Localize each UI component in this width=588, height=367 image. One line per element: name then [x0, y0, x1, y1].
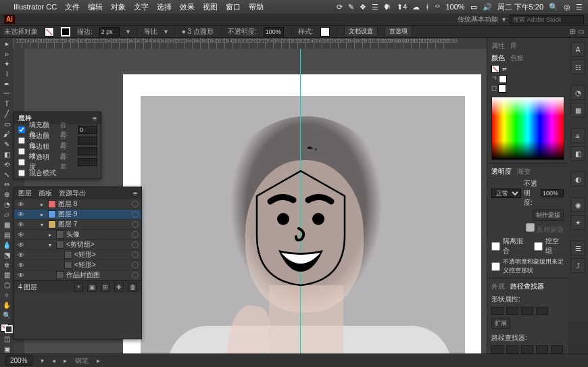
rectangle-tool[interactable]: ▭ [1, 120, 12, 128]
siri-icon[interactable]: ◎ [564, 3, 570, 11]
none-icon[interactable]: ☐ [491, 85, 497, 92]
menubar-extra-icon[interactable]: ✎ [348, 3, 354, 11]
opacity-value-input[interactable] [541, 189, 564, 197]
draw-mode-icon[interactable]: ◫ [1, 335, 12, 343]
tolerance-input[interactable] [78, 137, 97, 145]
wifi-icon[interactable]: ⌔ [435, 3, 440, 11]
menubar-extra-icon[interactable]: ❖ [360, 3, 366, 11]
transparency-tab[interactable]: 透明度 [491, 167, 512, 176]
nav-menu-icon[interactable]: ▸ [97, 357, 100, 364]
layer-name[interactable]: 图层 9 [58, 210, 130, 219]
gradient-tool[interactable]: ▤ [1, 230, 12, 239]
layer-row[interactable]: 👁 <矩形> [14, 250, 141, 260]
doc-setup-button[interactable]: 文档设置 [344, 26, 378, 37]
menu-view[interactable]: 视图 [203, 2, 218, 12]
text-fill-swatch[interactable] [499, 75, 507, 83]
magic-wand-tool[interactable]: ✦ [1, 59, 12, 68]
eraser-tool[interactable]: ◧ [1, 150, 12, 159]
locate-object-icon[interactable]: ⌖ [74, 283, 83, 292]
artboard-tool[interactable]: ▢ [1, 280, 12, 289]
color-panel[interactable]: 属性 库 颜色 色板 ⇄ ㄱ ☐ [487, 38, 568, 164]
layer-row[interactable]: 👁 ▸ 图层 9 [14, 210, 141, 220]
mesh-tool[interactable]: ▦ [1, 220, 12, 229]
horizontal-ruler[interactable]: 1201401601802002202402602803003203403603… [14, 38, 487, 49]
dock-properties-icon[interactable]: A [570, 42, 585, 57]
curvature-tool[interactable]: 〰 [1, 89, 12, 98]
free-transform-tool[interactable]: ⊕ [1, 190, 12, 199]
disclosure-icon[interactable]: ▸ [49, 232, 54, 238]
target-icon[interactable] [132, 201, 139, 207]
blend-mode-select[interactable]: 正常 [491, 189, 521, 198]
dock-swatches-icon[interactable]: ▦ [570, 103, 585, 118]
target-icon[interactable] [132, 251, 139, 258]
artboard[interactable] [141, 96, 465, 353]
artboards-tab[interactable]: 画板 [39, 189, 52, 198]
visibility-toggle-icon[interactable]: 👁 [17, 262, 25, 269]
layer-name[interactable]: 头像 [66, 230, 130, 239]
appearance-tab[interactable]: 外观 [491, 282, 505, 291]
symbol-sprayer-tool[interactable]: ✲ [1, 261, 12, 270]
disclosure-icon[interactable]: ▸ [41, 212, 46, 218]
slice-tool[interactable]: ⎀ [1, 291, 12, 299]
menu-effect[interactable]: 效果 [180, 2, 195, 12]
line-tool[interactable]: ╱ [1, 109, 12, 118]
alpha-define-checkbox[interactable] [491, 262, 500, 271]
isolate-blend-checkbox[interactable] [491, 242, 500, 251]
blend-tool[interactable]: ⬔ [1, 251, 12, 260]
new-layer-icon[interactable]: ✚ [114, 283, 124, 292]
dock-appearance-icon[interactable]: ◉ [570, 197, 585, 212]
selection-tool[interactable]: ▸ [1, 39, 12, 48]
target-icon[interactable] [132, 231, 139, 238]
make-mask-button[interactable]: 制作蒙版 [533, 210, 564, 221]
stroke-swatch[interactable] [61, 27, 70, 36]
fill-stroke-swatches[interactable] [1, 324, 13, 334]
stroke-swatch-icon[interactable] [5, 325, 13, 333]
menubar-extra-icon[interactable]: ☁ [412, 3, 420, 11]
invert-mask-checkbox[interactable] [526, 223, 535, 232]
exclude-icon[interactable] [536, 307, 548, 315]
zoom-level[interactable]: 200% [5, 356, 32, 366]
dock-asset-export-icon[interactable]: ⤴ [570, 258, 585, 273]
graph-tool[interactable]: ▥ [1, 270, 12, 279]
visibility-toggle-icon[interactable]: 👁 [17, 241, 25, 249]
knockout-group-checkbox[interactable] [534, 242, 543, 251]
stroke-color-swatch[interactable] [498, 84, 506, 93]
nav-prev-icon[interactable]: ◂ [52, 357, 55, 364]
divide-icon[interactable] [491, 345, 504, 353]
visibility-toggle-icon[interactable]: 👁 [17, 231, 25, 239]
pathfinder-tab[interactable]: 路径查找器 [510, 282, 544, 291]
spotlight-icon[interactable]: 🔍 [549, 3, 558, 11]
stock-search-input[interactable] [510, 15, 584, 24]
layer-row[interactable]: 👁 <矩形> [14, 260, 141, 270]
zoom-tool[interactable]: 🔍 [1, 311, 12, 320]
target-icon[interactable] [132, 221, 139, 228]
option-checkbox[interactable] [18, 159, 25, 166]
chevron-down-icon[interactable]: ▾ [126, 28, 130, 35]
layer-row[interactable]: 👁 ▸ 图层 8 [14, 199, 141, 210]
panel-menu-icon[interactable]: ≡ [133, 190, 137, 197]
chevron-down-icon[interactable]: ▾ [164, 28, 168, 35]
menu-window[interactable]: 窗口 [226, 2, 241, 12]
dock-transparency-icon[interactable]: ◐ [570, 172, 585, 187]
make-clipping-mask-icon[interactable]: ▣ [87, 283, 97, 292]
menu-select[interactable]: 选择 [157, 2, 172, 12]
arrange-icon[interactable]: ▭ [578, 28, 584, 35]
menu-file[interactable]: 文件 [65, 2, 80, 12]
tolerance-input[interactable] [78, 158, 97, 166]
transparency-panel[interactable]: 透明度 渐变 正常 不透明度: 制作蒙版 反相蒙版 隔离混合 挖空组 不透明度和… [487, 164, 568, 278]
nav-next-icon[interactable]: ▸ [64, 357, 67, 364]
stroke-width-input[interactable] [99, 27, 120, 36]
dock-libraries-icon[interactable]: ☷ [570, 59, 585, 74]
gradient-tab[interactable]: 渐变 [517, 167, 531, 176]
target-icon[interactable] [132, 211, 139, 218]
chevron-down-icon[interactable]: ▾ [41, 357, 44, 364]
shaper-tool[interactable]: ✎ [1, 140, 12, 149]
volume-icon[interactable]: 🔊 [483, 3, 492, 11]
dock-graphic-styles-icon[interactable]: ✦ [570, 215, 585, 230]
pen-tool[interactable]: ✒ [1, 80, 12, 89]
dock-stroke-icon[interactable]: ≡ [570, 128, 585, 143]
direct-selection-tool[interactable]: ▹ [1, 49, 12, 58]
style-swatch[interactable] [320, 27, 330, 36]
libraries-tab[interactable]: 库 [510, 41, 517, 51]
target-icon[interactable] [132, 272, 139, 278]
